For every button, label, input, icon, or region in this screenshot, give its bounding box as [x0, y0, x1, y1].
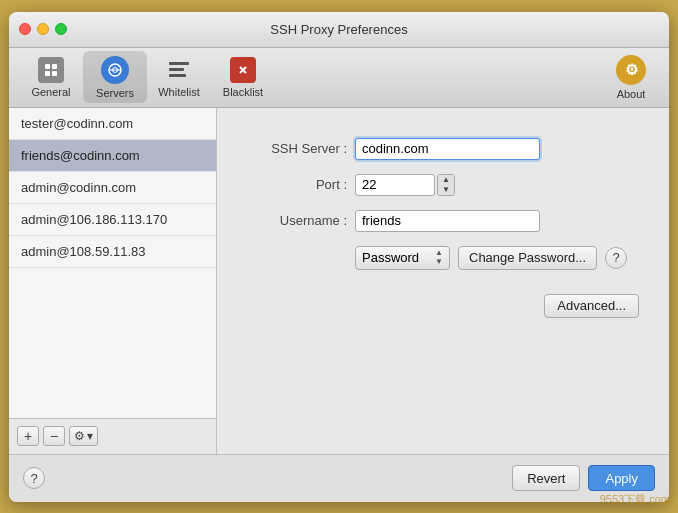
username-input[interactable]	[355, 210, 540, 232]
sidebar: tester@codinn.com friends@codinn.com adm…	[9, 108, 217, 454]
right-panel: SSH Server : Port : ▲ ▼	[217, 108, 669, 454]
ssh-server-row: SSH Server :	[247, 138, 639, 160]
blacklist-icon	[230, 57, 256, 83]
svg-rect-1	[52, 64, 57, 69]
toolbar-about-label: About	[617, 88, 646, 100]
help-button[interactable]: ?	[23, 467, 45, 489]
minimize-button[interactable]	[37, 23, 49, 35]
revert-button[interactable]: Revert	[512, 465, 580, 491]
chevron-down-icon: ▾	[87, 429, 93, 443]
toolbar-servers-label: Servers	[96, 87, 134, 99]
sidebar-item-admin-108[interactable]: admin@108.59.11.83	[9, 236, 216, 268]
svg-rect-0	[45, 64, 50, 69]
svg-rect-2	[45, 71, 50, 76]
maximize-button[interactable]	[55, 23, 67, 35]
auth-help-button[interactable]: ?	[605, 247, 627, 269]
dropdown-chevrons: ▲ ▼	[435, 249, 443, 266]
gear-menu-button[interactable]: ⚙ ▾	[69, 426, 98, 446]
toolbar-item-blacklist[interactable]: Blacklist	[211, 51, 275, 103]
toolbar-general-label: General	[31, 86, 70, 98]
auth-method-value: Password	[362, 250, 419, 265]
change-password-button[interactable]: Change Password...	[458, 246, 597, 270]
port-decrement-button[interactable]: ▼	[438, 185, 454, 195]
toolbar: General Servers Whitelist	[9, 48, 669, 108]
port-field-group: ▲ ▼	[355, 174, 455, 196]
sidebar-item-admin-codinn[interactable]: admin@codinn.com	[9, 172, 216, 204]
toolbar-item-servers[interactable]: Servers	[83, 51, 147, 103]
ssh-server-label: SSH Server :	[247, 141, 347, 156]
toolbar-item-general[interactable]: General	[19, 51, 83, 103]
toolbar-blacklist-label: Blacklist	[223, 86, 263, 98]
close-button[interactable]	[19, 23, 31, 35]
port-label: Port :	[247, 177, 347, 192]
port-row: Port : ▲ ▼	[247, 174, 639, 196]
bottom-bar: ? Revert Apply	[9, 454, 669, 502]
traffic-lights	[19, 23, 67, 35]
remove-server-button[interactable]: −	[43, 426, 65, 446]
apply-button[interactable]: Apply	[588, 465, 655, 491]
auth-row: Password ▲ ▼ Change Password... ?	[247, 246, 639, 270]
gear-icon: ⚙	[74, 429, 85, 443]
username-row: Username :	[247, 210, 639, 232]
main-window: SSH Proxy Preferences General	[9, 12, 669, 502]
toolbar-whitelist-label: Whitelist	[158, 86, 200, 98]
sidebar-item-admin-106[interactable]: admin@106.186.113.170	[9, 204, 216, 236]
whitelist-icon	[166, 57, 192, 83]
titlebar: SSH Proxy Preferences	[9, 12, 669, 48]
watermark: 9553下载.com	[600, 492, 670, 507]
sidebar-item-tester[interactable]: tester@codinn.com	[9, 108, 216, 140]
svg-rect-3	[52, 71, 57, 76]
port-increment-button[interactable]: ▲	[438, 175, 454, 185]
username-label: Username :	[247, 213, 347, 228]
general-icon	[38, 57, 64, 83]
chevron-up-icon: ▲	[435, 249, 443, 257]
main-content: tester@codinn.com friends@codinn.com adm…	[9, 108, 669, 454]
auth-method-dropdown[interactable]: Password ▲ ▼	[355, 246, 450, 270]
advanced-row: Advanced...	[247, 294, 639, 318]
ssh-server-input[interactable]	[355, 138, 540, 160]
add-server-button[interactable]: +	[17, 426, 39, 446]
form-area: SSH Server : Port : ▲ ▼	[247, 128, 639, 434]
sidebar-item-friends[interactable]: friends@codinn.com	[9, 140, 216, 172]
sidebar-list: tester@codinn.com friends@codinn.com adm…	[9, 108, 216, 418]
servers-icon	[101, 56, 129, 84]
toolbar-about[interactable]: ⚙ About	[603, 51, 659, 103]
toolbar-item-whitelist[interactable]: Whitelist	[147, 51, 211, 103]
port-stepper[interactable]: ▲ ▼	[437, 174, 455, 196]
sidebar-footer: + − ⚙ ▾	[9, 418, 216, 454]
advanced-button[interactable]: Advanced...	[544, 294, 639, 318]
window-title: SSH Proxy Preferences	[270, 22, 407, 37]
about-icon: ⚙	[616, 55, 646, 85]
port-input[interactable]	[355, 174, 435, 196]
chevron-down-icon: ▼	[435, 258, 443, 266]
